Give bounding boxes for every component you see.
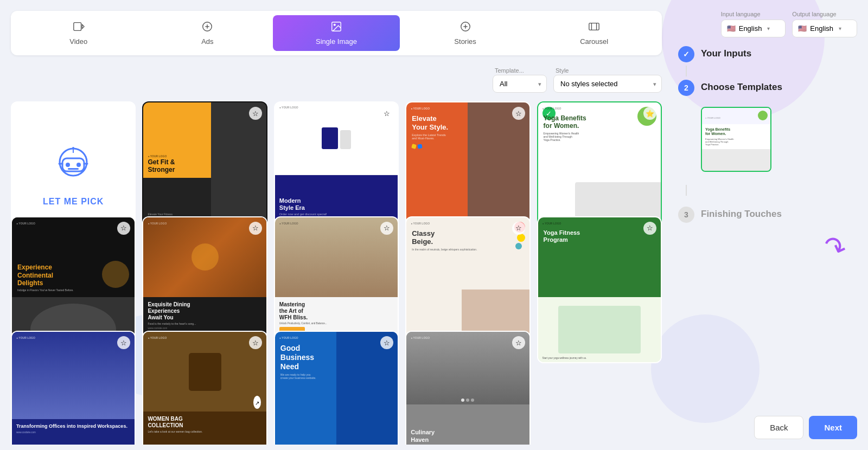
step-connector-2: [686, 185, 687, 196]
card-beige-sub: In the realm of neutrals, beige whispers…: [412, 248, 524, 251]
template-card-good-business[interactable]: ☆ ● YOUR LOGO GoodBusinessNeed We are re…: [274, 331, 399, 445]
single-image-icon: [330, 21, 342, 35]
star-btn-classy-beige[interactable]: ☆: [512, 222, 525, 235]
tab-single-image[interactable]: Single Image: [273, 15, 400, 51]
card-wfh-logo: ● YOUR LOGO: [279, 222, 298, 225]
card-dining-sub: Food is the melody to the heart's song..…: [148, 322, 261, 325]
card-bizz-title: GoodBusinessNeed: [280, 344, 392, 371]
tab-single-image-label: Single Image: [316, 37, 357, 46]
carousel-icon: [588, 21, 600, 35]
step-2-circle: 2: [678, 80, 694, 96]
step-connector-1: [686, 66, 687, 76]
card-offices-title: Transforming Offices into Inspired Works…: [16, 423, 130, 430]
svg-rect-0: [74, 23, 81, 31]
language-selectors-row: Input language 🇺🇸 English ▾ Output langu…: [678, 11, 857, 37]
tab-video-label: Video: [69, 37, 87, 46]
svg-point-16: [76, 163, 81, 167]
style-filter-select[interactable]: No styles selected: [553, 75, 662, 93]
input-language-wrap: Input language 🇺🇸 English ▾: [721, 11, 786, 37]
card-fit-title: Get Fit &Stronger: [148, 159, 207, 173]
sidebar: Input language 🇺🇸 English ▾ Output langu…: [673, 0, 868, 450]
style-filter-label: Style: [556, 67, 569, 74]
card-beige-title: ClassyBeige.: [412, 229, 524, 246]
step-3-content: Finishing Touches: [701, 207, 782, 220]
preview-logo: ● YOUR LOGO: [705, 117, 720, 119]
star-btn-mastering-wfh[interactable]: ☆: [380, 222, 393, 235]
tab-carousel-label: Carousel: [580, 37, 608, 46]
card-wbag-logo: ● YOUR LOGO: [148, 336, 167, 339]
output-lang-arrow: ▾: [839, 25, 841, 31]
back-button[interactable]: Back: [754, 416, 803, 439]
svg-point-6: [334, 24, 335, 25]
steps-container: ✓ Your Inputs 2 Choose Templates ● YOUR …: [678, 46, 857, 407]
card-yogafit-logo: ● YOUR LOGO: [542, 222, 561, 225]
template-card-yoga-fitness[interactable]: ☆ ● YOUR LOGO Yoga FitnessProgram Start …: [537, 216, 662, 363]
tab-bar: Video Ads Single Image Stories Carousel: [11, 11, 662, 55]
template-card-culinary-haven[interactable]: ☆ ● YOUR LOGO CulinaryHaven The heart of…: [405, 331, 530, 445]
svg-rect-17: [68, 168, 79, 170]
ads-icon: [201, 21, 213, 35]
step-choose-templates: 2 Choose Templates: [678, 80, 857, 96]
card-modern-title: ModernStyle Era: [279, 197, 393, 211]
input-lang-arrow: ▾: [767, 25, 770, 31]
star-btn-culinary-haven[interactable]: ☆: [512, 336, 525, 349]
svg-point-19: [72, 147, 74, 149]
output-language-wrap: Output language 🇺🇸 English ▾: [792, 11, 857, 37]
star-btn-yoga-fitness[interactable]: ☆: [643, 222, 656, 235]
preview-sub: Empowering Women's Healthand Well-being …: [705, 138, 767, 146]
output-lang-select-container: 🇺🇸 English ▾: [792, 20, 857, 37]
step-3-title: Finishing Touches: [701, 207, 782, 220]
card-elevate-logo: ● YOUR LOGO: [411, 107, 430, 110]
card-offices-url: www.coolsite.com: [16, 431, 130, 434]
output-lang-flag: 🇺🇸: [798, 24, 807, 33]
tab-carousel[interactable]: Carousel: [531, 15, 658, 51]
card-wbag-sub: Let's take a look at our women bag colle…: [148, 430, 261, 433]
card-continental-sub: Indulge in Flavors You've Never Tasted B…: [17, 288, 129, 292]
star-btn-exquisite-dining[interactable]: ☆: [249, 222, 262, 235]
card-beige-logo: ● YOUR LOGO: [411, 222, 430, 225]
template-card-transforming-offices[interactable]: ☆ ● YOUR LOGO Transforming Offices into …: [11, 331, 136, 445]
card-modern-sub: Order now and get discount special!: [279, 213, 393, 216]
star-btn-continental[interactable]: ☆: [117, 222, 130, 235]
tab-ads[interactable]: Ads: [144, 15, 271, 51]
next-button[interactable]: Next: [809, 416, 857, 439]
card-offices-logo: ● YOUR LOGO: [16, 336, 35, 339]
step-1-content: Your Inputs: [701, 46, 751, 59]
output-lang-select[interactable]: 🇺🇸 English ▾: [792, 20, 857, 37]
card-yogafit-title: Yoga FitnessProgram: [544, 229, 655, 243]
card-bizz-logo: ● YOUR LOGO: [279, 336, 298, 339]
card-wfh-sub: Unlock Productivity, Comfort, and Balanc…: [279, 322, 393, 325]
input-lang-select[interactable]: 🇺🇸 English ▾: [721, 20, 786, 37]
step-1-circle: ✓: [678, 46, 694, 62]
star-btn-women-bag[interactable]: ☆: [249, 336, 262, 349]
svg-point-15: [66, 163, 70, 167]
svg-marker-1: [82, 24, 84, 28]
step-3-circle: 3: [678, 207, 694, 223]
input-lang-flag: 🇺🇸: [727, 24, 736, 33]
card-dining-logo: ● YOUR LOGO: [148, 222, 167, 225]
video-icon: [73, 21, 85, 35]
card-wfh-title: Masteringthe Art ofWFH Bliss.: [279, 301, 393, 321]
star-btn-elevate-style[interactable]: ☆: [512, 107, 525, 120]
style-filter-wrap: Style No styles selected ▾: [553, 75, 662, 93]
template-filter-select[interactable]: All: [493, 75, 547, 93]
step-finishing-touches: 3 Finishing Touches: [678, 207, 857, 223]
arrow-area: ↷: [678, 234, 857, 266]
card-yogafit-sub: Start your yoga wellness journey with us…: [542, 357, 587, 359]
tab-stories-label: Stories: [454, 37, 476, 46]
star-btn-get-fit[interactable]: ☆: [249, 107, 262, 120]
templates-grid: LET ME PICK ☆ ● YOUR LOGO Get Fit &Stron…: [11, 101, 662, 445]
card-dining-title: Exquisite DiningExperiencesAwait You: [148, 301, 261, 321]
card-fit-logo: ● YOUR LOGO: [148, 155, 207, 158]
tab-stories[interactable]: Stories: [402, 15, 529, 51]
template-card-women-bag[interactable]: ☆ ● YOUR LOGO ↗ WOMEN BAGCOLLECTION Let'…: [142, 331, 267, 445]
output-lang-value: English: [810, 24, 833, 33]
card-elevate-sub: Explore the Latest Trendsand Must-Haves.: [412, 133, 524, 140]
star-btn-modern-style[interactable]: ☆: [380, 107, 393, 120]
card-dining-url: www.coolsite.com: [148, 327, 261, 330]
tab-video[interactable]: Video: [15, 15, 142, 51]
step-1-title: Your Inputs: [701, 46, 751, 59]
preview-title: Yoga Benefitsfor Women.: [705, 127, 767, 137]
input-lang-value: English: [739, 24, 762, 33]
stories-icon: [459, 21, 471, 35]
